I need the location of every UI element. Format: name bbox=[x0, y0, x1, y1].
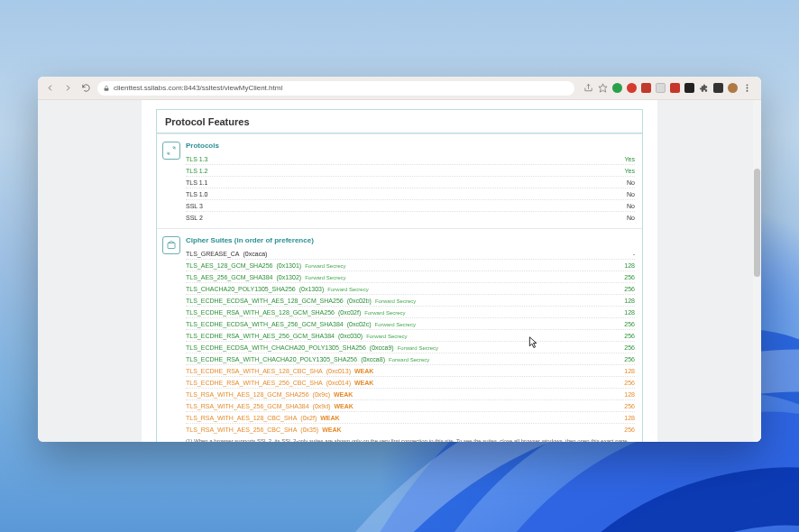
cipher-weak-label: WEAK bbox=[334, 403, 353, 409]
profile-avatar-icon[interactable] bbox=[728, 83, 738, 93]
cipher-code: (0xc014) bbox=[326, 380, 351, 386]
cipher-weak-label: WEAK bbox=[334, 391, 353, 398]
cipher-name: TLS_ECDHE_RSA_WITH_CHACHA20_POLY1305_SHA… bbox=[186, 356, 357, 362]
cipher-row: TLS_ECDHE_RSA_WITH_AES_128_CBC_SHA(0xc01… bbox=[186, 364, 635, 376]
back-button[interactable] bbox=[43, 82, 56, 95]
cipher-code: (0x9c) bbox=[313, 391, 330, 398]
cipher-note: Forward Secrecy bbox=[305, 263, 345, 269]
cipher-name: TLS_ECDHE_ECDSA_WITH_CHACHA20_POLY1305_S… bbox=[186, 344, 366, 351]
cipher-code: (0xc013) bbox=[326, 368, 351, 374]
cipher-name: TLS_ECDHE_RSA_WITH_AES_256_GCM_SHA384 bbox=[186, 333, 335, 339]
cipher-row: TLS_RSA_WITH_AES_256_GCM_SHA384(0x9d) WE… bbox=[186, 399, 635, 411]
protocol-name: TLS 1.3 bbox=[186, 156, 208, 162]
cipher-note: Forward Secrecy bbox=[389, 357, 429, 362]
extensions-puzzle-icon[interactable] bbox=[699, 83, 709, 93]
cipher-row: TLS_ECDHE_ECDSA_WITH_AES_256_GCM_SHA384(… bbox=[186, 317, 635, 329]
protocol-value: No bbox=[613, 179, 635, 186]
cipher-row: TLS_GREASE_CA(0xcaca)- bbox=[186, 248, 635, 259]
protocol-row: TLS 1.3Yes bbox=[186, 153, 635, 164]
cipher-code: (0xc02c) bbox=[347, 321, 372, 327]
share-icon[interactable] bbox=[583, 83, 593, 93]
cipher-value: 256 bbox=[613, 356, 635, 362]
cipher-note: Forward Secrecy bbox=[364, 310, 405, 316]
cipher-value: 256 bbox=[613, 286, 635, 292]
cipher-row: TLS_ECDHE_ECDSA_WITH_CHACHA20_POLY1305_S… bbox=[186, 341, 635, 353]
cipher-code: (0xcca9) bbox=[370, 344, 394, 351]
cipher-value: 256 bbox=[613, 321, 635, 327]
cipher-row: TLS_AES_128_GCM_SHA256(0x1301) Forward S… bbox=[186, 259, 635, 271]
browser-menu-icon[interactable] bbox=[742, 83, 752, 93]
bookmark-star-icon[interactable] bbox=[598, 83, 608, 93]
address-bar[interactable]: clienttest.ssllabs.com:8443/ssltest/view… bbox=[97, 81, 574, 96]
cipher-value: 256 bbox=[613, 333, 635, 339]
ciphers-footnote: (1) When a browser supports SSL 2, its S… bbox=[186, 435, 635, 442]
cipher-code: (0xc02f) bbox=[338, 309, 361, 316]
ciphers-section: Cipher Suites (in order of preference) T… bbox=[157, 228, 642, 442]
cipher-note: Forward Secrecy bbox=[366, 334, 407, 339]
url-text: clienttest.ssllabs.com:8443/ssltest/view… bbox=[114, 84, 282, 92]
cipher-value: 256 bbox=[613, 274, 635, 280]
protocol-value: No bbox=[613, 203, 635, 209]
protocol-name: SSL 2 bbox=[186, 215, 203, 221]
cipher-name: TLS_RSA_WITH_AES_256_GCM_SHA384 bbox=[186, 403, 309, 409]
cipher-row: TLS_RSA_WITH_AES_256_CBC_SHA(0x35) WEAK2… bbox=[186, 423, 635, 435]
svg-point-3 bbox=[747, 87, 748, 89]
extension-grey-icon[interactable] bbox=[656, 83, 666, 93]
cipher-row: TLS_ECDHE_RSA_WITH_CHACHA20_POLY1305_SHA… bbox=[186, 353, 635, 364]
protocol-row: TLS 1.1No bbox=[186, 176, 635, 188]
ciphers-icon bbox=[157, 229, 186, 442]
protocol-name: SSL 3 bbox=[186, 203, 203, 209]
cipher-row: TLS_ECDHE_RSA_WITH_AES_256_GCM_SHA384(0x… bbox=[186, 329, 635, 341]
cipher-name: TLS_CHACHA20_POLY1305_SHA256 bbox=[186, 286, 296, 292]
cipher-name: TLS_AES_128_GCM_SHA256 bbox=[186, 262, 273, 269]
extension-red-icon[interactable] bbox=[641, 83, 651, 93]
scrollbar-thumb[interactable] bbox=[754, 169, 760, 277]
cipher-code: (0xc030) bbox=[338, 333, 363, 339]
extension-black-icon[interactable] bbox=[684, 83, 694, 93]
cipher-note: Forward Secrecy bbox=[305, 275, 345, 280]
cipher-value: 256 bbox=[613, 344, 635, 351]
svg-point-2 bbox=[747, 84, 748, 86]
cipher-name: TLS_ECDHE_RSA_WITH_AES_256_CBC_SHA bbox=[186, 380, 323, 386]
protocol-row: TLS 1.0No bbox=[186, 188, 635, 199]
svg-rect-5 bbox=[168, 243, 175, 249]
cipher-code: (0x2f) bbox=[300, 415, 317, 421]
cipher-code: (0xcaca) bbox=[243, 251, 268, 257]
cipher-name: TLS_RSA_WITH_AES_128_GCM_SHA256 bbox=[186, 391, 309, 398]
protocol-name: TLS 1.2 bbox=[186, 168, 208, 174]
protocol-name: TLS 1.1 bbox=[186, 179, 208, 186]
extension-dark-icon[interactable] bbox=[713, 83, 723, 93]
protocol-name: TLS 1.0 bbox=[186, 191, 208, 197]
extension-green-icon[interactable] bbox=[612, 83, 622, 93]
cipher-name: TLS_RSA_WITH_AES_128_CBC_SHA bbox=[186, 415, 297, 421]
cipher-weak-label: WEAK bbox=[354, 368, 373, 374]
cipher-weak-label: WEAK bbox=[320, 415, 339, 421]
svg-marker-1 bbox=[599, 84, 607, 92]
cipher-row: TLS_AES_256_GCM_SHA384(0x1302) Forward S… bbox=[186, 271, 635, 282]
protocols-icon bbox=[157, 134, 186, 228]
extension-icons bbox=[580, 83, 756, 93]
protocol-row: TLS 1.2Yes bbox=[186, 164, 635, 176]
extension-red-dot-icon[interactable] bbox=[627, 83, 637, 93]
forward-button[interactable] bbox=[61, 82, 74, 95]
cipher-note: Forward Secrecy bbox=[398, 345, 438, 351]
svg-point-4 bbox=[747, 90, 748, 92]
cipher-name: TLS_RSA_WITH_AES_256_CBC_SHA bbox=[186, 427, 297, 433]
browser-viewport: Protocol Features Protocols TLS 1.3YesTL… bbox=[38, 100, 761, 442]
cipher-value: 256 bbox=[613, 427, 635, 433]
browser-toolbar: clienttest.ssllabs.com:8443/ssltest/view… bbox=[38, 77, 761, 100]
cipher-weak-label: WEAK bbox=[322, 427, 341, 433]
cipher-value: 128 bbox=[613, 415, 635, 421]
svg-rect-0 bbox=[105, 87, 109, 90]
extension-red-square-icon[interactable] bbox=[670, 83, 680, 93]
cipher-value: 128 bbox=[613, 262, 635, 269]
cipher-row: TLS_ECDHE_RSA_WITH_AES_256_CBC_SHA(0xc01… bbox=[186, 376, 635, 388]
protocol-value: Yes bbox=[613, 156, 635, 162]
reload-button[interactable] bbox=[79, 82, 92, 95]
scrollbar-track[interactable] bbox=[753, 100, 761, 442]
lock-icon bbox=[103, 85, 110, 92]
cipher-code: (0xc02b) bbox=[347, 298, 372, 304]
protocol-value: Yes bbox=[613, 168, 635, 174]
cipher-code: (0x1303) bbox=[299, 286, 325, 292]
cipher-row: TLS_ECDHE_ECDSA_WITH_AES_128_GCM_SHA256(… bbox=[186, 294, 635, 306]
